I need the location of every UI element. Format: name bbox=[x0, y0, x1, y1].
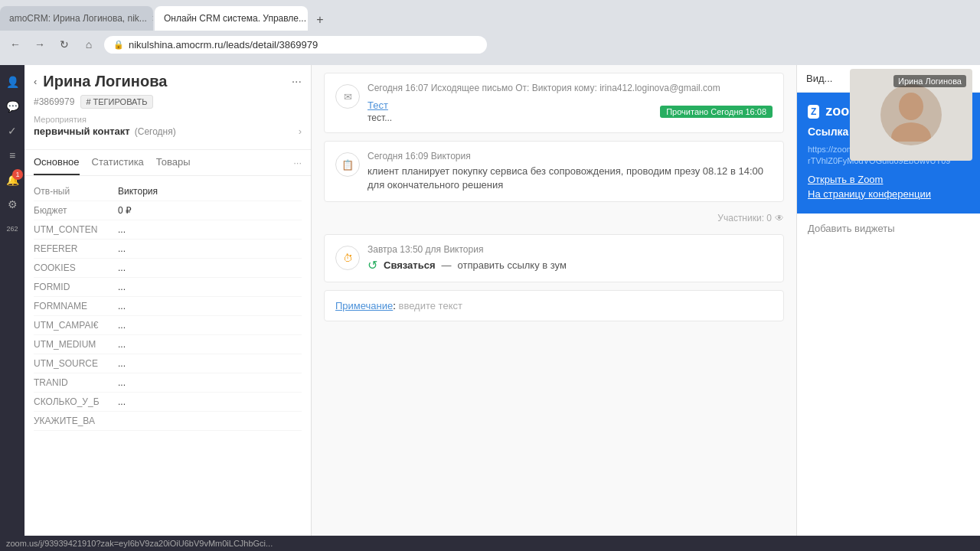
feed-item-email: ✉ Сегодня 16:07 Исходящее письмо От: Вик… bbox=[324, 73, 784, 133]
lead-header-section: ‹ Ирина Логинова ··· #3869979 # ТЕГИРОВА… bbox=[24, 65, 311, 150]
sidebar-icon-3[interactable]: ✓ bbox=[2, 120, 23, 142]
sidebar-icon-4[interactable]: ≡ bbox=[2, 145, 23, 166]
field-value-utm-campaign[interactable]: ... bbox=[118, 320, 302, 331]
tab-1[interactable]: amoCRM: Ирина Логинова, nik... ✕ bbox=[0, 6, 153, 31]
sidebar-icon-1[interactable]: 👤 bbox=[2, 71, 23, 93]
task-description: отправить ссылку в зум bbox=[458, 259, 567, 271]
events-section: Мероприятия первичный контакт (Сегодня) … bbox=[34, 115, 302, 137]
fields-section: Отв-ный Виктория Бюджет 0 ₽ UTM_CONTEN .… bbox=[24, 176, 311, 536]
field-row-formname: FORMNAME ... bbox=[34, 297, 302, 316]
notification-badge: 1 bbox=[12, 169, 23, 180]
field-value-budget[interactable]: 0 ₽ bbox=[118, 205, 302, 216]
field-row-budget: Бюджет 0 ₽ bbox=[34, 201, 302, 220]
field-label-formid: FORMID bbox=[34, 282, 118, 292]
lead-name: Ирина Логинова bbox=[43, 73, 291, 90]
note-input-label[interactable]: Примечание bbox=[335, 300, 393, 311]
email-preview: тест... bbox=[368, 112, 392, 123]
field-label-tranid: TRANID bbox=[34, 377, 118, 388]
tab-goods[interactable]: Товары bbox=[156, 150, 191, 175]
browser-chrome: amoCRM: Ирина Логинова, nik... ✕ Онлайн … bbox=[0, 0, 980, 65]
note-icon: 📋 bbox=[335, 152, 360, 177]
center-feed: ✉ Сегодня 16:07 Исходящее письмо От: Вик… bbox=[312, 65, 796, 536]
right-panel-title: Вид... bbox=[806, 73, 832, 84]
field-label-utm-campaign: UTM_CAMPAI€ bbox=[34, 320, 118, 331]
back-button[interactable]: ← bbox=[6, 35, 24, 54]
url-text: nikulshina.amocrm.ru/leads/detail/386997… bbox=[129, 39, 318, 51]
field-row-otv: Отв-ный Виктория bbox=[34, 182, 302, 201]
video-overlay: Ирина Логинова bbox=[850, 69, 972, 161]
url-box[interactable]: 🔒 nikulshina.amocrm.ru/leads/detail/3869… bbox=[104, 36, 487, 54]
field-value-utm-content[interactable]: ... bbox=[118, 224, 302, 235]
sidebar-icon-2[interactable]: 💬 bbox=[2, 96, 23, 117]
lead-more-button[interactable]: ··· bbox=[292, 75, 302, 89]
tag-button[interactable]: # ТЕГИРОВАТЬ bbox=[80, 95, 152, 109]
field-row-utm-content: UTM_CONTEN ... bbox=[34, 220, 302, 240]
lead-id: #3869979 bbox=[34, 96, 74, 107]
field-label-budget: Бюджет bbox=[34, 205, 118, 216]
events-primary[interactable]: первичный контакт bbox=[34, 126, 130, 137]
sidebar-icon-6[interactable]: ⚙ bbox=[2, 194, 23, 215]
add-widget-button[interactable]: Добавить виджеты bbox=[808, 223, 895, 234]
field-value-referer[interactable]: ... bbox=[118, 243, 302, 254]
task-body: Завтра 13:50 для Виктория ↺ Связаться — … bbox=[368, 244, 567, 272]
field-label-cookies: COOKIES bbox=[34, 262, 118, 273]
field-label-utm-source: UTM_SOURCE bbox=[34, 358, 118, 369]
sidebar-icon-7[interactable]: 262 bbox=[2, 218, 23, 240]
lock-icon: 🔒 bbox=[113, 40, 124, 50]
panel-tabs: Основное Статистика Товары ··· bbox=[24, 150, 311, 176]
task-clock-icon: ⏱ bbox=[335, 246, 360, 270]
status-bar: zoom.us/j/93939421910?zak=eyI6bV9za20iOi… bbox=[0, 536, 980, 551]
tab-bar: amoCRM: Ирина Логинова, nik... ✕ Онлайн … bbox=[0, 0, 980, 31]
field-row-utm-campaign: UTM_CAMPAI€ ... bbox=[34, 316, 302, 335]
left-panel: ‹ Ирина Логинова ··· #3869979 # ТЕГИРОВА… bbox=[24, 65, 312, 536]
back-to-leads-button[interactable]: ‹ bbox=[34, 76, 37, 87]
tab-1-close[interactable]: ✕ bbox=[152, 14, 153, 24]
address-bar: ← → ↻ ⌂ 🔒 nikulshina.amocrm.ru/leads/det… bbox=[0, 31, 980, 58]
field-row-utm-source: UTM_SOURCE ... bbox=[34, 354, 302, 373]
eye-icon[interactable]: 👁 bbox=[775, 213, 784, 223]
tab-2[interactable]: Онлайн CRM система. Управле... ✕ bbox=[155, 6, 308, 31]
home-button[interactable]: ⌂ bbox=[80, 35, 98, 54]
note-input-placeholder[interactable]: введите текст bbox=[396, 300, 462, 311]
task-name: Связаться bbox=[384, 259, 436, 271]
add-tab-button[interactable]: + bbox=[309, 9, 331, 31]
field-label-skolko: СКОЛЬКО_У_Б bbox=[34, 396, 118, 407]
field-value-cookies[interactable]: ... bbox=[118, 262, 302, 273]
note-text: клиент планирует покупку сервиса без соп… bbox=[368, 165, 773, 192]
zoom-logo-icon: Z bbox=[808, 105, 819, 119]
tabs-more-button[interactable]: ··· bbox=[293, 157, 302, 168]
forward-button[interactable]: → bbox=[31, 35, 49, 54]
field-label-formname: FORMNAME bbox=[34, 301, 118, 311]
field-value-formname[interactable]: ... bbox=[118, 301, 302, 311]
sidebar-icon-5[interactable]: 🔔 1 bbox=[2, 169, 23, 191]
tab-2-label: Онлайн CRM система. Управле... bbox=[164, 13, 306, 24]
sidebar-icons: 👤 💬 ✓ ≡ 🔔 1 ⚙ 262 bbox=[0, 65, 24, 536]
field-value-formid[interactable]: ... bbox=[118, 282, 302, 292]
tab-stats[interactable]: Статистика bbox=[92, 150, 144, 175]
email-subject-link[interactable]: Тест bbox=[368, 99, 392, 111]
events-label: Мероприятия bbox=[34, 115, 302, 124]
field-label-ukazhite: УКАЖИТЕ_ВА bbox=[34, 416, 118, 426]
add-widget-section: Добавить виджеты bbox=[797, 214, 980, 243]
field-row-utm-medium: UTM_MEDIUM ... bbox=[34, 335, 302, 354]
email-meta: Сегодня 16:07 Исходящее письмо От: Викто… bbox=[368, 83, 720, 93]
note-input-box: Примечание: введите текст bbox=[324, 290, 784, 321]
svg-point-1 bbox=[891, 122, 931, 142]
tab-basic[interactable]: Основное bbox=[34, 150, 80, 175]
video-person bbox=[880, 84, 942, 145]
field-value-tranid[interactable]: ... bbox=[118, 377, 302, 388]
conference-page-link[interactable]: На страницу конференции bbox=[808, 188, 969, 200]
refresh-button[interactable]: ↻ bbox=[55, 35, 74, 54]
field-value-utm-medium[interactable]: ... bbox=[118, 339, 302, 350]
feed-content: ✉ Сегодня 16:07 Исходящее письмо От: Вик… bbox=[312, 65, 796, 536]
video-user-name: Ирина Логинова bbox=[893, 75, 966, 87]
field-value-otv[interactable]: Виктория bbox=[118, 186, 302, 197]
note-feed-body: Сегодня 16:09 Виктория клиент планирует … bbox=[368, 151, 773, 192]
field-row-tranid: TRANID ... bbox=[34, 373, 302, 393]
participants-label: Участники: 0 bbox=[717, 213, 772, 223]
task-complete-icon[interactable]: ↺ bbox=[368, 258, 377, 272]
open-in-zoom-link[interactable]: Открыть в Zoom bbox=[808, 174, 969, 185]
email-icon: ✉ bbox=[335, 84, 360, 109]
field-value-utm-source[interactable]: ... bbox=[118, 358, 302, 369]
field-value-skolko[interactable]: ... bbox=[118, 396, 302, 407]
